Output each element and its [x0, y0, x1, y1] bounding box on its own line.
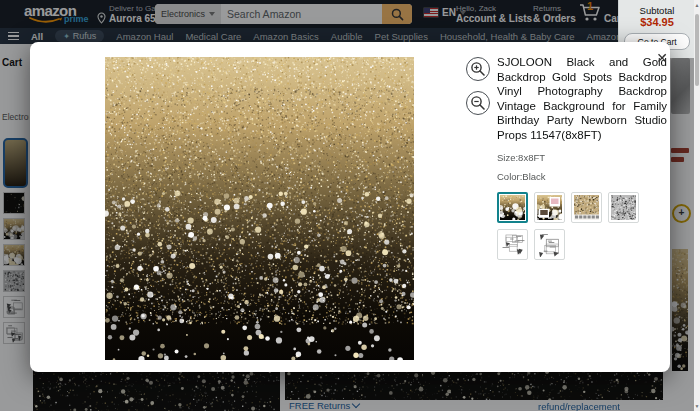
- zoom-controls: [466, 57, 490, 115]
- size-label: Size:8x8FT: [497, 152, 667, 163]
- close-icon[interactable]: ✕: [651, 47, 673, 69]
- zoom-in-icon: [470, 61, 486, 77]
- scroll-down-icon[interactable]: ▼: [694, 403, 700, 409]
- zoom-in-button[interactable]: [466, 57, 490, 81]
- backdrop-bw-thumbnail[interactable]: [608, 192, 639, 223]
- color-label: Color:Black: [497, 171, 667, 182]
- image-lightbox-modal: SJOLOON Black and Gold Backdrop Gold Spo…: [30, 42, 670, 372]
- instructions-2-thumbnail-image: [537, 232, 562, 257]
- backdrop-dense-thumbnail[interactable]: [571, 192, 602, 223]
- scrollbar-thumb[interactable]: [695, 14, 699, 86]
- backdrop-gradient-thumbnail-image: [500, 195, 525, 220]
- backdrop-collage-thumbnail[interactable]: [534, 192, 565, 223]
- zoom-out-icon: [470, 95, 486, 111]
- instructions-2-thumbnail[interactable]: [534, 229, 565, 260]
- instructions-1-thumbnail[interactable]: [497, 229, 528, 260]
- backdrop-gradient-thumbnail[interactable]: [497, 192, 528, 223]
- zoom-out-button[interactable]: [466, 91, 490, 115]
- product-image-large[interactable]: [105, 57, 414, 360]
- image-thumbnail-grid: [497, 192, 657, 260]
- backdrop-dense-thumbnail-image: [574, 195, 599, 220]
- instructions-1-thumbnail-image: [500, 232, 525, 257]
- subtotal-value: $34.95: [619, 16, 695, 28]
- subtotal-label: Subtotal: [619, 5, 695, 16]
- product-title: SJOLOON Black and Gold Backdrop Gold Spo…: [497, 55, 667, 143]
- product-info-column: SJOLOON Black and Gold Backdrop Gold Spo…: [497, 55, 667, 260]
- scrollbar[interactable]: ▲ ▼: [694, 0, 700, 411]
- scroll-up-icon[interactable]: ▲: [694, 2, 700, 8]
- page: amazon prime Deliver to Gavin Aurora 656…: [0, 0, 700, 411]
- backdrop-collage-thumbnail-image: [537, 195, 562, 220]
- backdrop-bw-thumbnail-image: [611, 195, 636, 220]
